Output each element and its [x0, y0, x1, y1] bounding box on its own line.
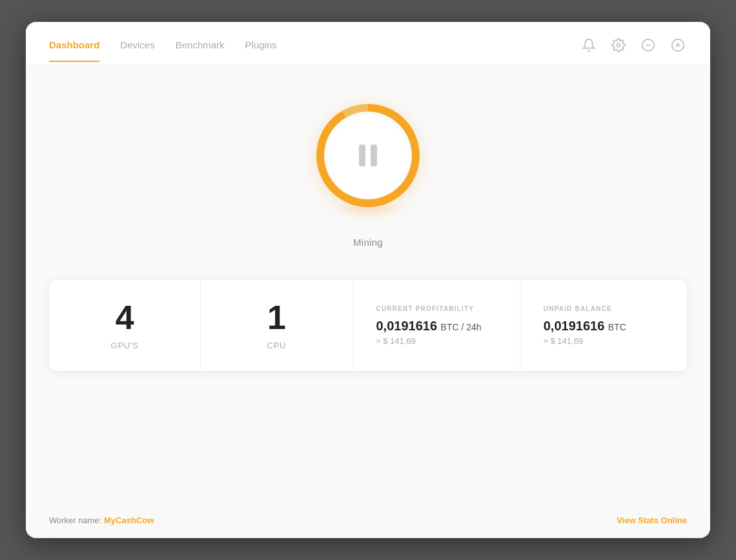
unpaid-approx: ≈ $ 141,69: [544, 336, 583, 346]
unpaid-section-label: UNPAID BALANCE: [544, 305, 612, 312]
header-icons: [580, 36, 687, 65]
bell-icon[interactable]: [580, 36, 598, 54]
worker-label: Worker name: MyCashCow: [49, 515, 154, 525]
view-stats-link[interactable]: View Stats Online: [617, 515, 687, 525]
stats-row: 4 GPU'S 1 CPU CURRENT PROFITABILITY 0,01…: [49, 280, 687, 371]
worker-name: MyCashCow: [104, 515, 154, 525]
mining-button-wrap: [316, 104, 420, 207]
unpaid-value: 0,0191616 BTC: [544, 319, 626, 334]
cpu-count: 1: [267, 301, 286, 334]
close-icon[interactable]: [669, 36, 687, 54]
pause-bar-right: [371, 145, 377, 166]
header: Dashboard Devices Benchmark Plugins: [26, 22, 710, 65]
profitability-btc-value: 0,0191616: [376, 319, 438, 333]
cpu-stat-card: 1 CPU: [201, 280, 353, 371]
app-window: Dashboard Devices Benchmark Plugins: [26, 22, 710, 538]
unpaid-stat-card: UNPAID BALANCE 0,0191616 BTC ≈ $ 141,69: [520, 280, 687, 371]
footer: Worker name: MyCashCow View Stats Online: [26, 503, 710, 538]
gpu-stat-card: 4 GPU'S: [49, 280, 201, 371]
unpaid-unit: BTC: [608, 322, 626, 332]
mining-glow: [329, 199, 407, 219]
gear-icon[interactable]: [609, 36, 628, 54]
profitability-section-label: CURRENT PROFITABILITY: [376, 305, 475, 312]
mining-status-label: Mining: [353, 237, 383, 248]
svg-point-0: [617, 43, 620, 47]
gpu-label: GPU'S: [111, 341, 139, 350]
gpu-count: 4: [116, 301, 134, 334]
tab-devices[interactable]: Devices: [120, 39, 154, 62]
profitability-stat-card: CURRENT PROFITABILITY 0,0191616 BTC / 24…: [353, 280, 520, 371]
profitability-approx: ≈ $ 141,69: [376, 336, 416, 346]
profitability-unit: BTC / 24h: [441, 322, 482, 332]
pause-bar-left: [359, 145, 365, 166]
tab-plugins[interactable]: Plugins: [245, 39, 277, 62]
main-content: Mining 4 GPU'S 1 CPU CURRENT PROFITABILI…: [26, 65, 710, 503]
tab-benchmark[interactable]: Benchmark: [176, 39, 225, 62]
tab-dashboard[interactable]: Dashboard: [49, 39, 99, 62]
cpu-label: CPU: [267, 341, 286, 350]
mining-toggle-button[interactable]: [316, 104, 420, 207]
pause-icon: [359, 145, 377, 166]
unpaid-btc-value: 0,0191616: [544, 319, 605, 333]
minus-icon[interactable]: [639, 36, 657, 54]
worker-prefix: Worker name:: [49, 515, 101, 525]
profitability-value: 0,0191616 BTC / 24h: [376, 319, 482, 334]
nav-tabs: Dashboard Devices Benchmark Plugins: [49, 39, 277, 62]
mining-section: Mining: [316, 104, 420, 248]
